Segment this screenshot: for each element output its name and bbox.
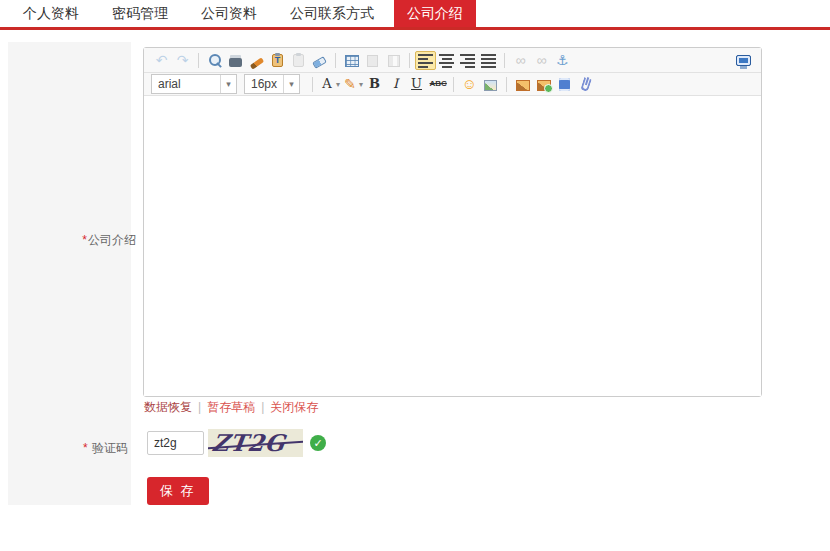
align-left-icon[interactable] (415, 51, 436, 70)
captcha-valid-check-icon: ✓ (310, 435, 326, 451)
table-icon[interactable] (341, 51, 362, 70)
paste-icon[interactable] (288, 51, 309, 70)
print-icon[interactable] (225, 51, 246, 70)
underline-icon[interactable]: U (406, 75, 427, 94)
upload-image-icon (537, 80, 551, 91)
link-separator: | (198, 400, 201, 414)
link-icon[interactable]: ∞ (510, 51, 531, 70)
upload-image-icon[interactable] (533, 75, 554, 94)
split-cell-icon[interactable] (383, 51, 404, 70)
justify-icon (481, 52, 496, 68)
align-center-icon (439, 52, 454, 68)
emoticon-icon: ☺ (462, 76, 478, 92)
font-size-select[interactable]: 16px (244, 74, 300, 94)
image-icon (484, 80, 497, 91)
undo-icon[interactable]: ↶ (151, 51, 172, 70)
anchor-icon: ⚓ (555, 52, 571, 68)
align-center-icon[interactable] (436, 51, 457, 70)
fullscreen-icon[interactable] (733, 51, 754, 70)
editor-content-area[interactable] (144, 96, 761, 396)
data-recovery-link[interactable]: 数据恢复 (144, 400, 192, 414)
tab-company-introduction[interactable]: 公司介绍 (394, 0, 476, 27)
company-introduction-label: *公司介绍 (8, 232, 136, 249)
tab-company-profile[interactable]: 公司资料 (188, 0, 270, 27)
save-draft-link[interactable]: 暂存草稿 (207, 400, 255, 414)
link-separator: | (261, 400, 264, 414)
undo-icon: ↶ (154, 52, 170, 68)
toolbar-separator (335, 53, 336, 68)
draft-links: 数据恢复|暂存草稿|关闭保存 (144, 399, 318, 416)
justify-icon[interactable] (478, 51, 499, 70)
strikethrough-icon: ABC (430, 76, 446, 92)
dropdown-arrow-icon (283, 75, 299, 93)
captcha-image-text: ZT2G (210, 429, 287, 457)
link-icon: ∞ (513, 52, 529, 68)
redo-icon: ↷ (175, 52, 191, 68)
tab-bar: 个人资料 密码管理 公司资料 公司联系方式 公司介绍 (0, 0, 830, 30)
toolbar-separator (506, 77, 507, 92)
media-icon[interactable] (554, 75, 575, 94)
fullscreen-icon (736, 55, 751, 66)
label-column (8, 42, 131, 505)
remove-format-icon[interactable] (309, 51, 330, 70)
split-cell-icon (388, 55, 400, 67)
picture-icon (516, 80, 530, 91)
font-family-select[interactable]: arial (151, 74, 237, 94)
italic-icon: I (388, 76, 404, 92)
toolbar-separator (409, 53, 410, 68)
save-button[interactable]: 保 存 (147, 477, 209, 505)
align-right-icon (460, 52, 475, 68)
highlight-color-icon[interactable]: ✎ (341, 75, 364, 94)
delete-table-icon[interactable] (362, 51, 383, 70)
table-icon (345, 55, 359, 67)
preview-icon[interactable] (204, 51, 225, 70)
bold-icon: B (367, 76, 383, 92)
toolbar-separator (453, 77, 454, 92)
font-size-select-value: 16px (251, 77, 283, 91)
company-introduction-label-text: 公司介绍 (88, 233, 136, 247)
close-save-link[interactable]: 关闭保存 (270, 400, 318, 414)
paste-icon (293, 54, 304, 67)
remove-format-icon (312, 56, 327, 69)
picture-icon[interactable] (512, 75, 533, 94)
toolbar-separator (504, 53, 505, 68)
tab-password-management[interactable]: 密码管理 (99, 0, 181, 27)
paste-word-icon[interactable] (267, 51, 288, 70)
strikethrough-icon[interactable]: ABC (427, 75, 448, 94)
attachment-icon (580, 77, 592, 92)
dropdown-arrow-icon (220, 75, 236, 93)
anchor-icon[interactable]: ⚓ (552, 51, 573, 70)
tab-company-contact[interactable]: 公司联系方式 (277, 0, 387, 27)
font-family-select-value: arial (158, 77, 220, 91)
align-right-icon[interactable] (457, 51, 478, 70)
toolbar-separator (198, 53, 199, 68)
tab-personal-profile[interactable]: 个人资料 (10, 0, 92, 27)
unlink-icon[interactable]: ∞ (531, 51, 552, 70)
captcha-label-text: 验证码 (92, 441, 128, 455)
captcha-image[interactable]: ZT2G (208, 429, 303, 457)
emoticon-icon[interactable]: ☺ (459, 75, 480, 94)
paste-word-icon (272, 54, 283, 67)
bold-icon[interactable]: B (364, 75, 385, 94)
image-icon[interactable] (480, 75, 501, 94)
preview-icon (208, 53, 222, 67)
required-asterisk: * (82, 233, 87, 247)
captcha-label: * 验证码 (8, 440, 136, 457)
font-color-icon: A (319, 76, 335, 92)
format-brush-icon[interactable] (246, 51, 267, 70)
font-color-icon[interactable]: A (318, 75, 341, 94)
unlink-icon: ∞ (534, 52, 550, 68)
italic-icon[interactable]: I (385, 75, 406, 94)
media-icon (559, 78, 570, 91)
highlight-color-icon: ✎ (342, 76, 358, 92)
editor-toolbar-row2: arial16pxA✎BIUABC☺ (144, 73, 761, 96)
captcha-input[interactable] (147, 431, 204, 455)
editor-toolbar-row1: ↶↷∞∞⚓ (144, 48, 761, 73)
print-icon (229, 58, 242, 67)
format-brush-icon (249, 57, 263, 69)
redo-icon[interactable]: ↷ (172, 51, 193, 70)
align-left-icon (418, 52, 433, 68)
rich-text-editor: ↶↷∞∞⚓ arial16pxA✎BIUABC☺ (143, 47, 762, 397)
attachment-icon[interactable] (575, 75, 596, 94)
delete-table-icon (367, 55, 378, 67)
